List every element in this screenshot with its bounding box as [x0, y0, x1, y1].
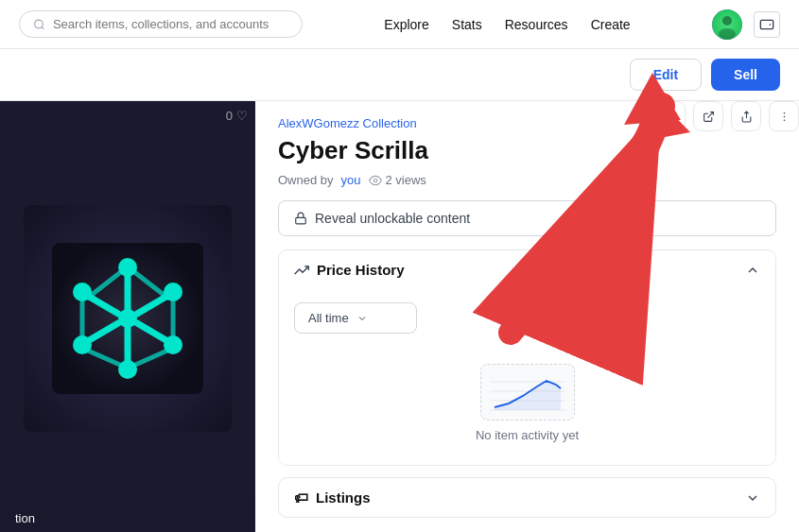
listings-title: 🏷 Listings	[294, 489, 371, 506]
edit-button[interactable]: Edit	[630, 59, 702, 91]
tag-icon: 🏷	[294, 489, 308, 506]
main-content: 0 ♡	[0, 101, 799, 532]
chevron-down-listings-icon	[745, 490, 760, 506]
avatar[interactable]	[712, 9, 742, 40]
nft-title: Cyber Scrilla	[278, 136, 776, 165]
nav-explore[interactable]: Explore	[384, 17, 428, 32]
chevron-up-icon	[745, 263, 760, 278]
more-options-button[interactable]	[769, 101, 799, 131]
time-filter-dropdown[interactable]: All time	[294, 302, 417, 334]
nav-links: Explore Stats Resources Create	[384, 17, 630, 32]
nft-artwork	[24, 205, 232, 432]
svg-rect-4	[760, 20, 773, 28]
unlock-label: Reveal unlockable content	[315, 211, 470, 226]
empty-chart-text: No item activity yet	[476, 428, 579, 442]
owned-row: Owned by you 2 views	[278, 173, 776, 187]
svg-point-2	[722, 16, 732, 26]
action-bar: Edit Sell	[0, 49, 799, 101]
search-icon	[33, 18, 45, 31]
header-right	[712, 9, 780, 40]
svg-rect-31	[296, 217, 306, 223]
sell-button[interactable]: Sell	[711, 59, 780, 91]
search-bar[interactable]	[19, 10, 303, 38]
play-button[interactable]	[655, 101, 686, 131]
header: Explore Stats Resources Create	[0, 0, 799, 49]
svg-point-0	[35, 20, 43, 28]
share-button[interactable]	[731, 101, 761, 131]
nav-create[interactable]: Create	[591, 17, 631, 32]
price-history-body: All time	[279, 289, 775, 465]
like-count[interactable]: 0 ♡	[226, 109, 248, 123]
price-history-section: Price History All time	[278, 249, 776, 466]
svg-point-3	[719, 28, 736, 40]
dropdown-label: All time	[308, 311, 349, 325]
views-count: 2 views	[369, 173, 426, 187]
unlock-button[interactable]: Reveal unlockable content	[278, 200, 776, 236]
price-history-title: Price History	[294, 262, 405, 278]
wallet-icon[interactable]	[754, 11, 780, 38]
listings-section: 🏷 Listings	[278, 477, 776, 518]
chevron-down-icon	[356, 313, 368, 324]
price-history-header[interactable]: Price History	[279, 250, 775, 289]
svg-point-28	[783, 115, 785, 117]
svg-point-30	[373, 179, 377, 182]
like-number: 0	[226, 109, 233, 123]
left-panel-bottom: tion	[0, 502, 255, 532]
owner-link[interactable]: you	[341, 173, 361, 187]
chart-svg	[485, 368, 570, 420]
heart-icon: ♡	[236, 109, 248, 123]
lock-icon	[294, 212, 307, 225]
right-panel: AlexWGomezz Collection Cyber Scrilla Own…	[255, 101, 799, 532]
nft-svg	[52, 243, 203, 394]
action-icon-row	[655, 101, 799, 131]
external-link-button[interactable]	[693, 101, 723, 131]
svg-point-27	[783, 112, 785, 113]
listings-header[interactable]: 🏷 Listings	[279, 478, 775, 517]
nav-stats[interactable]: Stats	[452, 17, 482, 32]
nft-image-panel: 0 ♡	[0, 101, 255, 532]
search-input[interactable]	[53, 17, 288, 31]
view-count-text: 2 views	[386, 173, 426, 187]
trend-icon	[294, 263, 309, 278]
nav-resources[interactable]: Resources	[505, 17, 568, 32]
svg-line-25	[707, 112, 713, 117]
bottom-text: tion	[15, 511, 35, 525]
empty-chart-area: No item activity yet	[294, 345, 760, 452]
chart-placeholder	[480, 364, 575, 420]
svg-point-29	[783, 119, 785, 121]
owned-by-label: Owned by	[278, 173, 334, 187]
